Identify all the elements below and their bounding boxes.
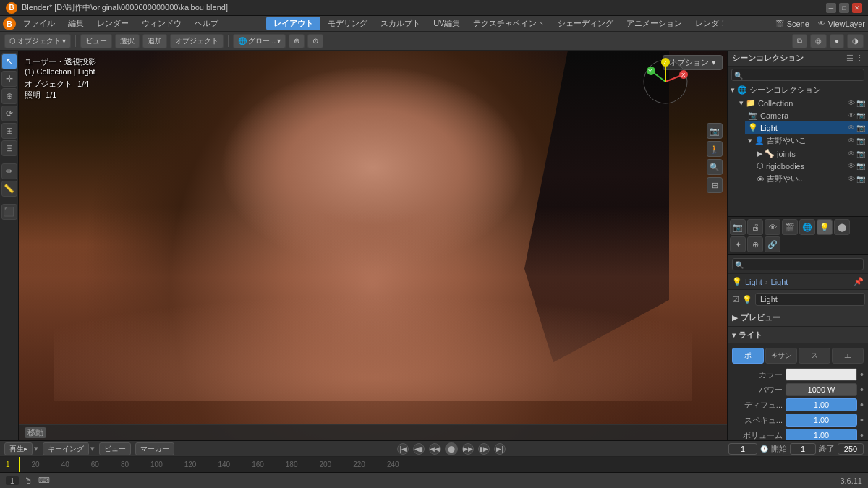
overlay-btn[interactable]: ⧉: [792, 34, 807, 48]
joints-visibility-icon[interactable]: 👁: [848, 150, 855, 158]
datablock-check[interactable]: ☑: [732, 295, 739, 304]
rigidbodies-render-icon[interactable]: 📷: [856, 162, 865, 170]
character-visibility-icon[interactable]: 👁: [848, 137, 855, 145]
workspace-sculpt[interactable]: スカルプト: [375, 17, 426, 30]
rigidbodies-item[interactable]: ⬡ rigidbodies 👁 📷: [754, 160, 868, 172]
timeline-track[interactable]: 1 20 40 60 80 100 120 140 160 180 200 22…: [0, 457, 868, 472]
material-properties-icon[interactable]: ⬤: [834, 219, 850, 235]
datablock-name-input[interactable]: [755, 293, 865, 306]
world-properties-icon[interactable]: 🌐: [799, 219, 815, 235]
character-mesh-visibility-icon[interactable]: 👁: [848, 175, 855, 183]
keying-btn[interactable]: キーイング: [43, 442, 89, 455]
play-reverse-btn[interactable]: ◀◀: [429, 443, 441, 455]
menu-file[interactable]: ファイル: [17, 17, 61, 30]
light-render-icon[interactable]: 📷: [856, 124, 865, 132]
diffuse-dot[interactable]: •: [860, 399, 864, 411]
minimize-button[interactable]: ─: [826, 3, 836, 13]
character-item[interactable]: ▾ 👤 吉野やいこ 👁 📷: [745, 134, 868, 147]
viewport-mode-solid[interactable]: ◑: [847, 34, 864, 48]
camera-visibility-icon[interactable]: 👁: [848, 111, 855, 119]
breadcrumb-part1[interactable]: Light: [745, 278, 762, 286]
breadcrumb-part2[interactable]: Light: [771, 278, 788, 286]
xray-btn[interactable]: ◎: [810, 34, 827, 48]
volume-value[interactable]: 1.00: [786, 429, 857, 440]
color-dot[interactable]: •: [860, 369, 864, 380]
view-btn[interactable]: ビュー: [99, 442, 131, 455]
stop-btn[interactable]: ⬤: [445, 442, 458, 455]
playback-btn[interactable]: 再生▸: [4, 442, 33, 455]
maximize-button[interactable]: □: [839, 3, 849, 13]
workspace-render[interactable]: レンダ！: [689, 17, 733, 30]
start-frame-input[interactable]: [790, 443, 816, 455]
grid-btn[interactable]: ⊞: [707, 177, 723, 193]
render-properties-icon[interactable]: 📷: [730, 219, 746, 235]
character-render-icon[interactable]: 📷: [856, 137, 865, 145]
scene-properties-icon[interactable]: 🎬: [782, 219, 798, 235]
physics-icon[interactable]: ⊕: [747, 236, 763, 252]
point-light-btn[interactable]: ポ: [732, 348, 764, 364]
light-section-header[interactable]: ▾ ライト: [728, 327, 868, 343]
zoom-btn[interactable]: 🔍: [707, 159, 723, 175]
light-item[interactable]: 💡 Light 👁 📷: [745, 121, 868, 134]
scene-collection-item[interactable]: ▾ 🌐 シーンコレクション: [728, 83, 868, 97]
annotate-tool[interactable]: ✏: [1, 163, 17, 179]
window-controls[interactable]: ─ □ ✕: [826, 3, 862, 13]
jump-end-btn[interactable]: ▶|: [494, 443, 506, 455]
workspace-layout[interactable]: レイアウト: [266, 17, 320, 30]
collection-item[interactable]: ▾ 📁 Collection 👁 📷: [736, 97, 868, 109]
marker-btn[interactable]: マーカー: [135, 442, 174, 455]
output-properties-icon[interactable]: 🖨: [747, 219, 763, 235]
proportional-edit[interactable]: ⊙: [307, 34, 323, 48]
breadcrumb-pin-icon[interactable]: 📌: [854, 277, 864, 286]
measure-tool[interactable]: 📏: [1, 181, 17, 197]
outliner-options-icon[interactable]: ⋮: [856, 53, 864, 63]
prev-keyframe-btn[interactable]: ◀▮: [413, 443, 425, 455]
camera-item[interactable]: 📷 Camera 👁 📷: [745, 109, 868, 121]
volume-dot[interactable]: •: [860, 429, 864, 440]
play-btn[interactable]: ▶▶: [462, 443, 474, 455]
preview-section-header[interactable]: ▶ プレビュー: [728, 309, 868, 326]
camera-render-icon[interactable]: 📷: [856, 111, 865, 119]
select-tool[interactable]: ↖: [1, 53, 17, 69]
walk-mode-btn[interactable]: 🚶: [707, 141, 723, 157]
workspace-texture-paint[interactable]: テクスチャペイント: [467, 17, 550, 30]
constraints-icon[interactable]: 🔗: [765, 236, 780, 252]
menu-window[interactable]: ウィンドウ: [136, 17, 187, 30]
spot-light-btn[interactable]: ス: [799, 348, 830, 364]
snap-btn[interactable]: ⊕: [289, 34, 305, 48]
timeline-playhead[interactable]: [19, 457, 20, 472]
workspace-animation[interactable]: アニメーション: [621, 17, 688, 30]
scale-tool[interactable]: ⊞: [1, 123, 17, 139]
color-picker[interactable]: [786, 368, 857, 381]
workspace-modeling[interactable]: モデリング: [322, 17, 373, 30]
object-data-properties-icon[interactable]: 💡: [817, 219, 833, 235]
sun-light-btn[interactable]: ☀サン: [765, 348, 797, 364]
add-cube-tool[interactable]: ⬛: [1, 204, 17, 220]
character-mesh-render-icon[interactable]: 📷: [856, 175, 865, 183]
cursor-tool[interactable]: ✛: [1, 71, 17, 87]
collection-render-icon[interactable]: 📷: [856, 99, 865, 107]
move-tool[interactable]: ⊕: [1, 88, 17, 104]
outliner-search-input[interactable]: [731, 69, 864, 81]
end-frame-input[interactable]: [838, 443, 864, 455]
light-visibility-icon[interactable]: 👁: [848, 124, 855, 132]
specular-dot[interactable]: •: [860, 414, 864, 426]
workspace-uv[interactable]: UV編集: [427, 17, 466, 30]
current-frame-input[interactable]: [728, 443, 757, 455]
menu-edit[interactable]: 編集: [62, 17, 90, 30]
power-value[interactable]: 1000 W: [786, 383, 857, 396]
workspace-shading[interactable]: シェーディング: [552, 17, 619, 30]
joints-render-icon[interactable]: 📷: [856, 150, 865, 158]
character-mesh-item[interactable]: 👁 吉野やい... 👁 📷: [754, 172, 868, 186]
specular-value[interactable]: 1.00: [786, 414, 857, 427]
close-button[interactable]: ✕: [852, 3, 862, 13]
collection-visibility-icon[interactable]: 👁: [848, 99, 855, 107]
joints-item[interactable]: ▶ 🦴 joints 👁 📷: [754, 147, 868, 160]
viewport-gizmo[interactable]: X Y Z: [640, 56, 691, 107]
select-menu[interactable]: 選択: [115, 34, 140, 48]
outliner-filter-icon[interactable]: ☰: [846, 53, 854, 63]
particles-icon[interactable]: ✦: [730, 236, 746, 252]
rigidbodies-visibility-icon[interactable]: 👁: [848, 162, 855, 170]
viewport[interactable]: ユーザー・透視投影 (1) Collection | Light オブジェクト …: [19, 51, 727, 440]
camera-view-btn[interactable]: 📷: [707, 123, 723, 139]
